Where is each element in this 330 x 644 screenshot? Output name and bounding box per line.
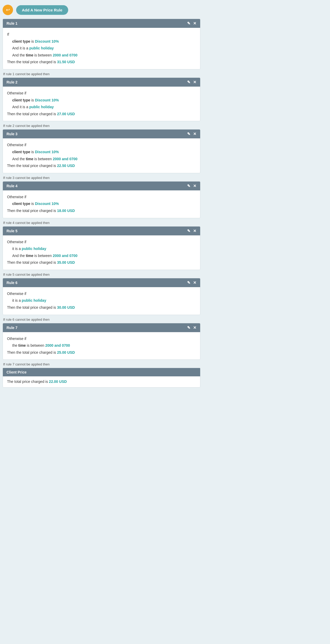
rule-title-6: Rule 6 [7,281,17,285]
top-bar: ↩ Add A New Price Rule [3,3,200,19]
rule-3-line-3: Then the total price charged is 22.50 US… [7,162,196,169]
rule-3-line-2: And the time is between 2000 and 0700 [7,156,196,163]
rule-edit-button-1[interactable]: ✎ [187,21,191,26]
rule-6-line-1: it is a public holiday [7,297,196,304]
rule-edit-button-7[interactable]: ✎ [187,325,191,330]
rule-title-5: Rule 5 [7,229,17,233]
rule-header-7: Rule 7✎✕ [3,323,200,332]
rule-header-1: Rule 1✎✕ [3,19,200,28]
rule-connector-2: If rule 2 cannot be applied then [3,122,200,129]
rule-5-line-2: And the time is between 2000 and 0700 [7,252,196,259]
rule-section-2: Rule 2✎✕Otherwise ifclient type is Disco… [3,78,200,121]
rule-connector-5: If rule 5 cannot be applied then [3,271,200,278]
rule-edit-button-5[interactable]: ✎ [187,229,191,233]
rule-1-line-2: And it is a public holiday [7,45,196,52]
rule-2-line-3: Then the total price charged is 27.00 US… [7,111,196,118]
rule-condition-prefix-3: Otherwise if [7,141,196,149]
rule-connector-6: If rule 6 cannot be applied then [3,316,200,323]
rule-3-line-1: client type is Discount 10% [7,149,196,156]
rule-header-6: Rule 6✎✕ [3,278,200,287]
rule-card-1: Rule 1✎✕Ifclient type is Discount 10%And… [3,19,200,69]
rule-condition-prefix-2: Otherwise if [7,90,196,97]
rule-card-6: Rule 6✎✕Otherwise ifit is a public holid… [3,278,200,315]
rule-edit-button-3[interactable]: ✎ [187,132,191,136]
client-price-section: Client Price The total price charged is … [3,368,200,388]
rule-1-line-3: And the time is between 2000 and 0700 [7,52,196,59]
rule-2-line-1: client type is Discount 10% [7,97,196,104]
rule-close-button-5[interactable]: ✕ [193,229,196,233]
rule-7-line-2: Then the total price charged is 25.00 US… [7,349,196,356]
rule-header-3: Rule 3✎✕ [3,130,200,138]
rule-close-button-7[interactable]: ✕ [193,325,196,330]
rule-1-line-1: client type is Discount 10% [7,38,196,45]
rule-close-button-2[interactable]: ✕ [193,80,196,85]
rule-actions-4: ✎✕ [187,184,196,188]
rule-body-3: Otherwise ifclient type is Discount 10%A… [3,138,200,173]
rule-edit-button-4[interactable]: ✎ [187,184,191,188]
rule-section-5: Rule 5✎✕Otherwise ifit is a public holid… [3,226,200,270]
rule-close-button-3[interactable]: ✕ [193,132,196,136]
rule-header-5: Rule 5✎✕ [3,227,200,235]
rule-actions-6: ✎✕ [187,280,196,285]
rule-title-4: Rule 4 [7,184,17,188]
rule-6-line-2: Then the total price charged is 30.00 US… [7,304,196,311]
rule-header-4: Rule 4✎✕ [3,182,200,190]
rule-condition-prefix-1: If [7,31,196,38]
rule-4-line-1: client type is Discount 10% [7,200,196,207]
add-rule-button[interactable]: Add A New Price Rule [16,5,68,15]
rule-actions-5: ✎✕ [187,229,196,233]
rule-5-line-1: it is a public holiday [7,245,196,252]
rule-title-1: Rule 1 [7,21,17,25]
rule-card-5: Rule 5✎✕Otherwise ifit is a public holid… [3,226,200,270]
rule-section-1: Rule 1✎✕Ifclient type is Discount 10%And… [3,19,200,69]
rule-section-7: Rule 7✎✕Otherwise ifthe time is between … [3,323,200,360]
client-price-card: Client Price The total price charged is … [3,368,200,388]
rule-connector-1: If rule 1 cannot be applied then [3,70,200,78]
rules-container: Rule 1✎✕Ifclient type is Discount 10%And… [3,19,200,368]
rule-card-3: Rule 3✎✕Otherwise ifclient type is Disco… [3,129,200,173]
rule-body-5: Otherwise ifit is a public holidayAnd th… [3,235,200,270]
client-price-value: 22.00 USD [49,379,67,384]
rule-section-3: Rule 3✎✕Otherwise ifclient type is Disco… [3,129,200,173]
rule-title-7: Rule 7 [7,326,17,330]
rule-5-line-3: Then the total price charged is 35.00 US… [7,259,196,266]
rule-close-button-4[interactable]: ✕ [193,184,196,188]
rule-body-2: Otherwise ifclient type is Discount 10%A… [3,87,200,121]
rule-condition-prefix-5: Otherwise if [7,239,196,246]
rule-7-line-1: the time is between 2000 and 0700 [7,342,196,349]
rule-header-2: Rule 2✎✕ [3,78,200,87]
rule-close-button-1[interactable]: ✕ [193,21,196,26]
rule-title-3: Rule 3 [7,132,17,136]
rule-connector-3: If rule 3 cannot be applied then [3,174,200,181]
client-price-header: Client Price [3,368,200,376]
rule-body-1: Ifclient type is Discount 10%And it is a… [3,28,200,69]
rule-card-2: Rule 2✎✕Otherwise ifclient type is Disco… [3,78,200,121]
rule-body-4: Otherwise ifclient type is Discount 10%T… [3,190,200,218]
rule-body-7: Otherwise ifthe time is between 2000 and… [3,332,200,360]
rule-connector-7: If rule 7 cannot be applied then [3,361,200,368]
rule-card-4: Rule 4✎✕Otherwise ifclient type is Disco… [3,181,200,218]
rule-body-6: Otherwise ifit is a public holidayThen t… [3,287,200,315]
rule-condition-prefix-7: Otherwise if [7,335,196,342]
back-icon: ↩ [6,7,10,13]
rule-section-6: Rule 6✎✕Otherwise ifit is a public holid… [3,278,200,315]
rule-edit-button-6[interactable]: ✎ [187,280,191,285]
client-price-body: The total price charged is 22.00 USD [3,376,200,387]
client-price-header-label: Client Price [7,370,27,374]
rule-edit-button-2[interactable]: ✎ [187,80,191,85]
rule-actions-2: ✎✕ [187,80,196,85]
add-rule-label: Add A New Price Rule [22,8,62,12]
client-price-body-text: The total price charged is [7,379,49,384]
back-button[interactable]: ↩ [3,5,13,15]
rule-2-line-2: And it is a public holiday [7,104,196,111]
rule-card-7: Rule 7✎✕Otherwise ifthe time is between … [3,323,200,360]
rule-actions-7: ✎✕ [187,325,196,330]
rule-condition-prefix-6: Otherwise if [7,290,196,297]
rule-close-button-6[interactable]: ✕ [193,280,196,285]
rule-connector-4: If rule 4 cannot be applied then [3,219,200,226]
rule-section-4: Rule 4✎✕Otherwise ifclient type is Disco… [3,181,200,218]
rule-condition-prefix-4: Otherwise if [7,194,196,201]
rule-actions-1: ✎✕ [187,21,196,26]
rule-title-2: Rule 2 [7,80,17,84]
rule-actions-3: ✎✕ [187,132,196,136]
